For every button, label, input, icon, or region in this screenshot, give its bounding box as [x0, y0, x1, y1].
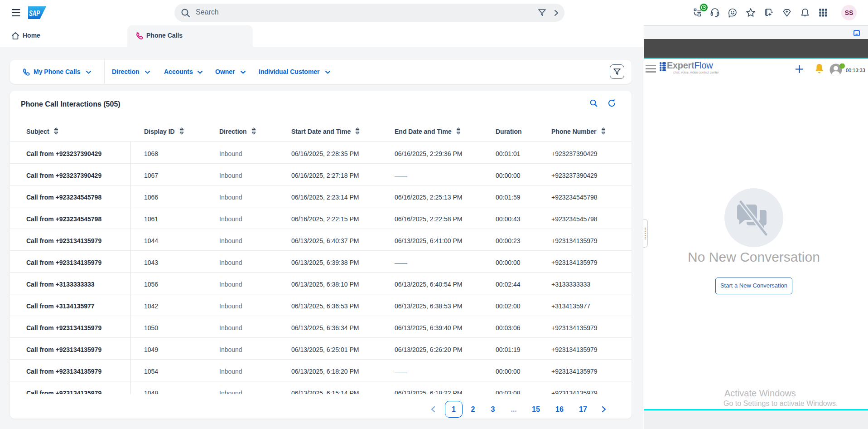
svg-text:SAP: SAP — [29, 10, 40, 17]
